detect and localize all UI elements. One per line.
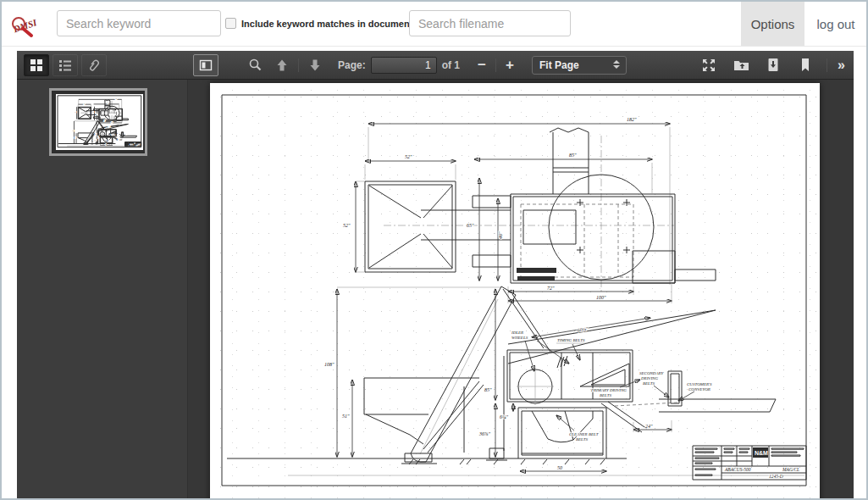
sidebar-toggle-button[interactable]: [193, 54, 218, 76]
zoom-in-button[interactable]: +: [501, 57, 518, 74]
divider: [827, 58, 827, 72]
svg-text:24": 24": [645, 424, 653, 429]
open-folder-button[interactable]: [730, 54, 752, 76]
grid-view-icon: [30, 58, 43, 72]
paperclip-icon: [87, 58, 101, 72]
zoom-mode-value: Fit Page: [539, 59, 579, 71]
svg-text:CUSTOMER'S: CUSTOMER'S: [687, 382, 712, 386]
grid-view-button[interactable]: [24, 54, 49, 76]
page-thumbnail[interactable]: [49, 88, 147, 156]
svg-text:CLEANER BELT: CLEANER BELT: [569, 432, 600, 436]
page-count-label: of 1: [442, 59, 460, 71]
bookmark-button[interactable]: [794, 54, 816, 76]
logout-link[interactable]: log out: [804, 2, 867, 46]
select-arrows-icon: [613, 60, 620, 69]
viewer-body: 182" 52": [17, 80, 854, 498]
document-page: 182" 52": [210, 83, 820, 498]
svg-text:BELTS: BELTS: [576, 437, 589, 442]
svg-text:WHEELS: WHEELS: [511, 336, 528, 340]
thumbnail-sidebar: [17, 80, 188, 498]
title-block: N&M ABACUS-500: [693, 446, 806, 480]
options-button[interactable]: Options: [741, 2, 804, 46]
svg-text:BELTS: BELTS: [643, 381, 655, 386]
viewer-toolbar: Page: of 1 − + Fit Page: [17, 51, 854, 80]
fullscreen-button[interactable]: [698, 54, 720, 76]
dmsi-logo-icon: DMSI: [7, 6, 46, 42]
app-window: DMSI Include keyword matches in document…: [0, 0, 868, 500]
svg-text:MAG/CL: MAG/CL: [782, 467, 799, 472]
svg-text:85": 85": [569, 153, 577, 158]
previous-page-button[interactable]: [271, 54, 293, 76]
svg-text:6¼": 6¼": [500, 414, 509, 419]
folder-upload-icon: [733, 58, 749, 72]
fullscreen-icon: [701, 58, 716, 73]
document-download-icon: [766, 58, 780, 72]
next-page-button[interactable]: [304, 54, 326, 76]
svg-text:100": 100": [596, 295, 606, 300]
search-filename-input[interactable]: [409, 10, 571, 36]
svg-text:60¼": 60¼": [577, 326, 589, 333]
blueprint-drawing: 182" 52": [210, 83, 820, 498]
thumbnail-drawing: [56, 94, 143, 150]
zoom-mode-select[interactable]: Fit Page: [532, 56, 627, 75]
arrow-down-icon: [308, 58, 322, 72]
magnifier-icon: [248, 58, 263, 72]
divider: [298, 58, 299, 72]
include-keyword-option: Include keyword matches in documents: [225, 10, 417, 36]
svg-text:51": 51": [342, 414, 350, 419]
viewer: Page: of 1 − + Fit Page: [17, 51, 854, 498]
svg-text:108": 108": [324, 362, 334, 367]
search-in-document-button[interactable]: [244, 54, 266, 76]
svg-text:PRIMARY DRIVING: PRIMARY DRIVING: [590, 388, 627, 392]
download-document-button[interactable]: [762, 54, 784, 76]
svg-text:85": 85": [484, 387, 492, 392]
svg-text:CONVEYOR: CONVEYOR: [688, 387, 710, 392]
svg-text:IDLER: IDLER: [511, 331, 523, 335]
attachments-button[interactable]: [81, 54, 107, 76]
more-tools-button[interactable]: »: [838, 58, 845, 73]
svg-text:1245-D: 1245-D: [769, 474, 783, 479]
include-keyword-label: Include keyword matches in documents: [241, 19, 417, 29]
header: DMSI Include keyword matches in document…: [2, 2, 866, 47]
svg-text:36⅞": 36⅞": [478, 431, 491, 436]
page-label: Page:: [338, 59, 366, 71]
arrow-up-icon: [275, 58, 289, 72]
svg-text:ABACUS-500: ABACUS-500: [724, 467, 751, 472]
list-view-button[interactable]: [53, 54, 78, 76]
side-view: 108" 51": [227, 286, 804, 475]
svg-text:50: 50: [557, 465, 562, 470]
svg-text:65": 65": [467, 223, 474, 228]
svg-text:N&M: N&M: [755, 450, 768, 456]
plan-view: 182" 52": [343, 117, 716, 303]
search-keyword-input[interactable]: [57, 10, 221, 36]
svg-text:52": 52": [405, 154, 412, 159]
svg-text:TIMING BELTS: TIMING BELTS: [557, 338, 585, 342]
sidebar-panel-icon: [199, 58, 213, 72]
svg-text:182": 182": [627, 117, 637, 122]
bookmark-icon: [799, 58, 811, 72]
svg-text:DRIVING: DRIVING: [640, 376, 658, 381]
divider: [495, 58, 496, 72]
svg-text:46": 46": [498, 231, 503, 239]
svg-text:72": 72": [547, 286, 555, 291]
include-keyword-checkbox[interactable]: [225, 18, 236, 29]
list-view-icon: [58, 58, 72, 72]
svg-text:52": 52": [343, 223, 351, 228]
page-number-input[interactable]: [371, 57, 437, 74]
zoom-out-button[interactable]: −: [473, 57, 490, 74]
svg-text:SECONDARY: SECONDARY: [639, 371, 664, 375]
svg-text:BELTS: BELTS: [600, 393, 612, 397]
document-canvas[interactable]: 182" 52": [188, 80, 854, 498]
